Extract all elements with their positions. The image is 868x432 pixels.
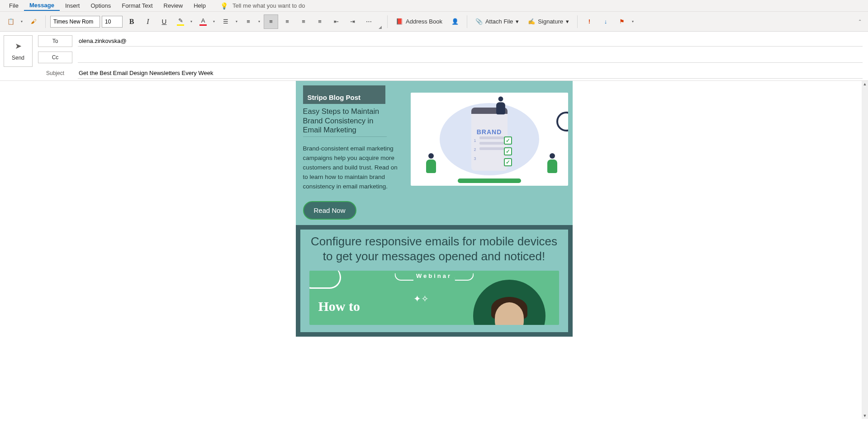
blog-post-badge: Stripo Blog Post xyxy=(303,85,385,104)
follow-up-button[interactable]: ⚑ xyxy=(615,14,629,29)
cc-field[interactable] xyxy=(78,52,863,63)
check-names-button[interactable]: 👤 xyxy=(448,14,462,29)
numbering-icon: ≡ xyxy=(247,18,250,25)
send-button[interactable]: ➤ Send xyxy=(4,35,33,67)
webinar-card: Webinar How to ✦✧ xyxy=(309,271,559,325)
underline-button[interactable]: U xyxy=(157,14,171,29)
italic-icon: I xyxy=(147,18,149,26)
highlight-dropdown[interactable]: ▾ xyxy=(189,16,194,27)
paste-button[interactable]: 📋 xyxy=(4,14,18,29)
blog-post-description: Brand-consistent email marketing campaig… xyxy=(303,144,402,192)
font-color-icon: A xyxy=(199,17,207,26)
to-field[interactable] xyxy=(78,36,863,47)
format-painter-button[interactable]: 🖌 xyxy=(26,14,41,29)
align-left-icon: ≡ xyxy=(269,18,273,25)
responsive-email-section: Configure responsive emails for mobile d… xyxy=(296,225,573,337)
ribbon-toolbar: 📋 ▾ 🖌 B I U ✎ ▾ A ▾ ☰ ▾ ≡ ▾ ≡ ≡ ≡ ≡ ⇤ ⇥ xyxy=(0,12,868,32)
highlight-button[interactable]: ✎ xyxy=(173,14,188,29)
menu-bar: File Message Insert Options Format Text … xyxy=(0,0,868,12)
font-color-button[interactable]: A xyxy=(196,14,210,29)
attach-file-dropdown[interactable]: ▾ xyxy=(516,18,519,25)
flag-icon: ⚑ xyxy=(619,18,625,25)
stars-decoration-icon: ✦✧ xyxy=(413,293,429,304)
scroll-down-icon[interactable]: ▼ xyxy=(862,413,868,419)
bullets-icon: ☰ xyxy=(223,18,228,25)
menu-insert[interactable]: Insert xyxy=(60,1,85,10)
address-book-label: Address Book xyxy=(406,18,442,25)
numbering-button[interactable]: ≡ xyxy=(241,14,256,29)
italic-button[interactable]: I xyxy=(141,14,155,29)
to-button[interactable]: To xyxy=(38,35,72,47)
paste-dropdown[interactable]: ▾ xyxy=(19,16,24,27)
address-book-icon: 📕 xyxy=(396,18,403,25)
align-center-icon: ≡ xyxy=(285,18,289,25)
align-right-icon: ≡ xyxy=(302,18,305,25)
lightbulb-icon: 💡 xyxy=(220,2,228,9)
signature-label: Signature xyxy=(538,18,563,25)
indent-icon: ⇥ xyxy=(350,18,355,25)
blog-post-card: Stripo Blog Post Easy Steps to Maintain … xyxy=(296,81,573,225)
ellipsis-icon: ⋯ xyxy=(366,18,372,25)
signature-button[interactable]: ✍ Signature ▾ xyxy=(524,14,573,29)
message-header: ➤ Send To Cc Subject xyxy=(0,32,868,81)
underline-icon: U xyxy=(162,18,167,25)
bullets-dropdown[interactable]: ▾ xyxy=(234,16,239,27)
align-right-button[interactable]: ≡ xyxy=(296,14,311,29)
decrease-indent-button[interactable]: ⇤ xyxy=(329,14,343,29)
outdent-icon: ⇤ xyxy=(334,18,339,25)
menu-message[interactable]: Message xyxy=(24,0,60,11)
signature-icon: ✍ xyxy=(528,18,535,25)
brand-text: BRAND xyxy=(477,128,502,136)
numbering-dropdown[interactable]: ▾ xyxy=(256,16,262,27)
scroll-up-icon[interactable]: ▲ xyxy=(862,81,868,87)
menu-format-text[interactable]: Format Text xyxy=(116,1,158,10)
check-names-icon: 👤 xyxy=(451,18,459,25)
vertical-scrollbar[interactable]: ▲ ▼ xyxy=(862,81,868,419)
message-body-area[interactable]: Stripo Blog Post Easy Steps to Maintain … xyxy=(0,81,868,419)
clipboard-icon: 📋 xyxy=(7,18,14,25)
highlight-icon: ✎ xyxy=(177,17,184,26)
font-name-combo[interactable] xyxy=(50,16,100,28)
cc-button[interactable]: Cc xyxy=(38,52,72,63)
tell-me-placeholder: Tell me what you want to do xyxy=(232,2,305,9)
justify-icon: ≡ xyxy=(318,18,322,25)
read-now-button[interactable]: Read Now xyxy=(303,201,356,220)
section2-title: Configure responsive emails for mobile d… xyxy=(309,234,559,263)
address-book-button[interactable]: 📕 Address Book xyxy=(392,14,446,29)
subject-label: Subject xyxy=(38,70,72,76)
align-center-button[interactable]: ≡ xyxy=(280,14,294,29)
font-color-dropdown[interactable]: ▾ xyxy=(211,16,217,27)
menu-review[interactable]: Review xyxy=(158,1,189,10)
follow-up-dropdown[interactable]: ▾ xyxy=(630,16,636,27)
menu-file[interactable]: File xyxy=(4,1,24,10)
increase-indent-button[interactable]: ⇥ xyxy=(345,14,360,29)
more-formatting-button[interactable]: ⋯ xyxy=(361,14,376,29)
low-importance-icon: ↓ xyxy=(604,18,607,25)
signature-dropdown[interactable]: ▾ xyxy=(566,18,569,25)
bullets-button[interactable]: ☰ xyxy=(218,14,233,29)
brand-illustration: BRAND 1 2 3 ✓ ✓ ✓ xyxy=(411,93,568,186)
font-size-combo[interactable] xyxy=(102,16,123,28)
justify-button[interactable]: ≡ xyxy=(313,14,327,29)
email-content: Stripo Blog Post Easy Steps to Maintain … xyxy=(296,81,573,419)
bold-button[interactable]: B xyxy=(124,14,139,29)
high-importance-button[interactable]: ! xyxy=(582,14,597,29)
bold-icon: B xyxy=(129,18,134,26)
attach-file-button[interactable]: 📎 Attach File ▾ xyxy=(472,14,522,29)
webinar-tag: Webinar xyxy=(416,272,452,279)
collapse-ribbon-button[interactable]: ⌃ xyxy=(855,16,864,27)
menu-options[interactable]: Options xyxy=(85,1,116,10)
menu-help[interactable]: Help xyxy=(188,1,211,10)
align-left-button[interactable]: ≡ xyxy=(264,14,278,29)
high-importance-icon: ! xyxy=(588,18,590,25)
paragraph-group-launcher[interactable]: ◢ xyxy=(378,24,383,30)
paperclip-icon: 📎 xyxy=(475,18,483,25)
brush-icon: 🖌 xyxy=(31,18,37,25)
send-icon: ➤ xyxy=(15,41,22,51)
subject-field[interactable] xyxy=(78,68,863,79)
attach-file-label: Attach File xyxy=(485,18,513,25)
blog-post-title: Easy Steps to Maintain Brand Consistency… xyxy=(303,107,387,137)
send-label: Send xyxy=(12,55,24,61)
low-importance-button[interactable]: ↓ xyxy=(598,14,613,29)
tell-me-search[interactable]: 💡 Tell me what you want to do xyxy=(220,2,305,9)
